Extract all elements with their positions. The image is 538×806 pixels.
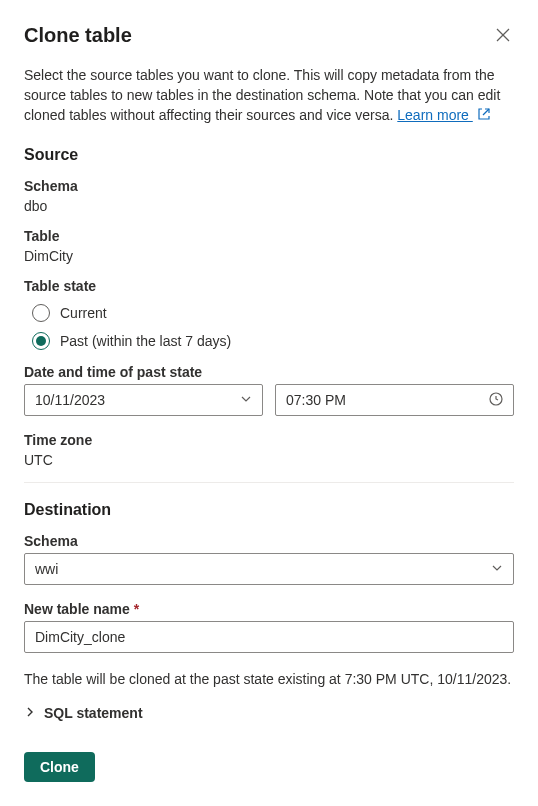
radio-icon [32,332,50,350]
new-table-name-label: New table name * [24,601,514,617]
destination-schema-value: wwi [35,561,58,577]
destination-schema-dropdown[interactable]: wwi [24,553,514,585]
timezone-value: UTC [24,452,514,468]
source-schema-value: dbo [24,198,514,214]
learn-more-link[interactable]: Learn more [397,107,472,123]
time-input[interactable]: 07:30 PM [275,384,514,416]
external-link-icon [477,106,491,126]
source-schema-label: Schema [24,178,514,194]
source-heading: Source [24,146,514,164]
radio-icon [32,304,50,322]
destination-schema-label: Schema [24,533,514,549]
table-state-label: Table state [24,278,514,294]
radio-past[interactable]: Past (within the last 7 days) [32,332,514,350]
chevron-right-icon [24,705,36,721]
table-state-radio-group: Current Past (within the last 7 days) [24,304,514,350]
radio-past-label: Past (within the last 7 days) [60,333,231,349]
destination-heading: Destination [24,501,514,519]
close-icon [496,30,510,45]
new-table-name-input[interactable] [24,621,514,653]
chevron-down-icon [491,561,503,577]
source-table-value: DimCity [24,248,514,264]
radio-current[interactable]: Current [32,304,514,322]
chevron-down-icon [240,392,252,408]
date-input[interactable]: 10/11/2023 [24,384,263,416]
clone-button[interactable]: Clone [24,752,95,782]
radio-current-label: Current [60,305,107,321]
dialog-title: Clone table [24,24,132,47]
sql-statement-label: SQL statement [44,705,143,721]
datetime-label: Date and time of past state [24,364,514,380]
timezone-label: Time zone [24,432,514,448]
clock-icon [489,392,503,409]
dialog-description: Select the source tables you want to clo… [24,65,514,126]
required-indicator: * [134,601,139,617]
date-value: 10/11/2023 [35,392,105,408]
time-value: 07:30 PM [286,392,346,408]
close-button[interactable] [492,24,514,49]
source-table-label: Table [24,228,514,244]
sql-statement-expander[interactable]: SQL statement [24,705,514,721]
clone-hint-text: The table will be cloned at the past sta… [24,669,514,689]
section-divider [24,482,514,483]
